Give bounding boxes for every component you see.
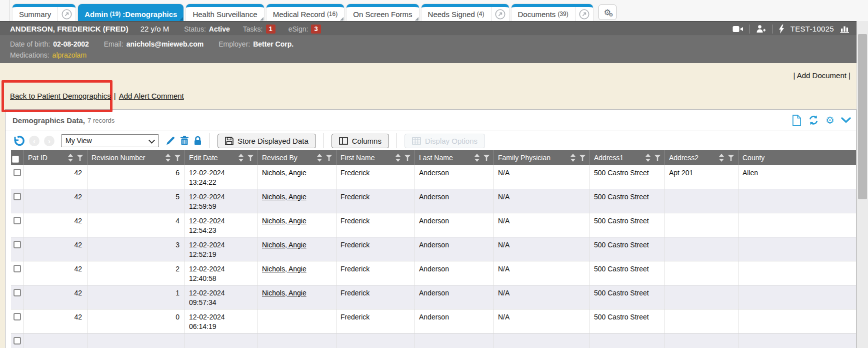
- cell-first_name: Frederick: [336, 261, 415, 285]
- revised-by-link[interactable]: Nichols, Angie: [262, 241, 306, 249]
- tab-documents-main[interactable]: Documents (39): [512, 7, 575, 21]
- undo-icon[interactable]: [12, 135, 24, 147]
- back-to-demographics-link[interactable]: Back to Patient Demographics: [10, 92, 111, 100]
- add-document-link[interactable]: | Add Document |: [793, 71, 850, 80]
- select-all-checkbox[interactable]: [12, 156, 19, 163]
- cell-address2: [665, 237, 738, 261]
- column-header-checkbox[interactable]: [11, 150, 24, 165]
- revised-by-link[interactable]: Nichols, Angie: [262, 169, 306, 177]
- sort-icon[interactable]: [570, 154, 576, 162]
- table-row: 42312-02-202412:52:19Nichols, AngieFrede…: [11, 237, 856, 261]
- tasks-badge[interactable]: 1: [266, 25, 276, 34]
- sort-icon[interactable]: [238, 154, 244, 162]
- column-header-family_physician[interactable]: Family Physician: [494, 150, 590, 165]
- filter-icon[interactable]: [76, 155, 84, 161]
- tab-summary-main[interactable]: Summary: [12, 7, 58, 21]
- popout-icon[interactable]: [491, 7, 509, 21]
- sort-icon[interactable]: [68, 154, 74, 162]
- column-header-pat_id[interactable]: Pat ID: [24, 150, 88, 165]
- column-label: Edit Date: [189, 154, 236, 162]
- settings-button[interactable]: ⚙ ⚙: [598, 5, 616, 20]
- tab-on-screen-forms[interactable]: On Screen Forms: [346, 4, 418, 21]
- filter-icon[interactable]: [483, 155, 490, 161]
- tab-documents[interactable]: Documents (39): [512, 4, 593, 21]
- tab-bar: Summary Admin (19) :Demographics Health …: [0, 0, 868, 21]
- cell-county: [738, 237, 856, 261]
- revised-by-link[interactable]: Nichols, Angie: [262, 217, 306, 225]
- popout-icon[interactable]: [575, 7, 593, 21]
- medications-value[interactable]: alprazolam: [52, 51, 86, 59]
- add-alert-comment-link[interactable]: Add Alert Comment: [119, 92, 184, 100]
- row-checkbox[interactable]: [14, 337, 21, 344]
- row-checkbox[interactable]: [14, 289, 21, 296]
- filter-icon[interactable]: [247, 155, 254, 161]
- cell-revision: 0: [88, 309, 185, 333]
- sort-icon[interactable]: [646, 154, 651, 162]
- sort-icon[interactable]: [166, 154, 171, 162]
- row-checkbox[interactable]: [14, 193, 21, 200]
- popout-icon[interactable]: [58, 7, 76, 21]
- tab-forms-main[interactable]: On Screen Forms: [346, 7, 418, 21]
- column-header-address1[interactable]: Address1: [590, 150, 665, 165]
- cell-checkbox: [11, 333, 24, 348]
- cell-family_physician: N/A: [494, 213, 590, 237]
- tab-summary[interactable]: Summary: [12, 4, 76, 21]
- cell-pat_id: 42: [24, 189, 88, 213]
- revised-by-link[interactable]: Nichols, Angie: [262, 289, 306, 297]
- filter-icon[interactable]: [404, 155, 411, 161]
- revised-by-link[interactable]: Nichols, Angie: [262, 265, 306, 273]
- esign-badge[interactable]: 3: [311, 25, 320, 34]
- revised-by-link[interactable]: Nichols, Angie: [262, 193, 306, 201]
- tab-needs-signed-main[interactable]: Needs Signed (4): [422, 7, 491, 21]
- column-header-first_name[interactable]: First Name: [336, 150, 415, 165]
- scrollbar-thumb[interactable]: [858, 34, 867, 199]
- divider: [324, 133, 324, 148]
- row-checkbox[interactable]: [14, 313, 21, 320]
- tab-admin-demographics[interactable]: Admin (19) :Demographics: [78, 4, 184, 21]
- table-row: 42212-02-202412:40:58Nichols, AngieFrede…: [11, 261, 856, 285]
- tab-health-surveillance[interactable]: Health Surveillance: [186, 4, 264, 21]
- prev-view-button[interactable]: ‹: [29, 136, 40, 146]
- lightning-icon[interactable]: [778, 25, 784, 34]
- tab-health-main[interactable]: Health Surveillance: [186, 7, 264, 21]
- filter-icon[interactable]: [174, 155, 181, 161]
- bar-chart-icon[interactable]: [840, 25, 850, 33]
- refresh-icon[interactable]: [808, 115, 819, 126]
- video-camera-icon[interactable]: [732, 25, 744, 33]
- delete-view-icon[interactable]: [180, 136, 189, 146]
- column-header-edit_date[interactable]: Edit Date: [185, 150, 258, 165]
- edit-view-icon[interactable]: [166, 136, 176, 146]
- panel-gear-icon[interactable]: ⚙: [826, 115, 834, 125]
- filter-icon[interactable]: [579, 155, 586, 161]
- row-checkbox[interactable]: [14, 241, 21, 248]
- column-header-last_name[interactable]: Last Name: [415, 150, 494, 165]
- lock-view-icon[interactable]: [194, 136, 202, 146]
- collapse-chevron-icon[interactable]: [841, 117, 851, 124]
- filter-icon[interactable]: [326, 155, 332, 161]
- sort-icon[interactable]: [719, 154, 724, 162]
- row-checkbox[interactable]: [14, 217, 21, 224]
- columns-button[interactable]: Columns: [332, 134, 389, 148]
- column-header-county[interactable]: County: [738, 150, 856, 165]
- view-select[interactable]: My View: [61, 134, 159, 147]
- new-document-icon[interactable]: [792, 115, 802, 126]
- next-view-button[interactable]: ›: [44, 136, 54, 146]
- vertical-scrollbar[interactable]: [856, 21, 868, 348]
- store-displayed-data-button[interactable]: Store Displayed Data: [218, 134, 316, 148]
- tab-needs-signed[interactable]: Needs Signed (4): [422, 4, 509, 21]
- column-header-revised_by[interactable]: Revised By: [258, 150, 336, 165]
- sort-icon[interactable]: [474, 154, 480, 162]
- cell-checkbox: [11, 213, 24, 237]
- row-checkbox[interactable]: [14, 169, 21, 176]
- column-header-revision[interactable]: Revision Number: [88, 150, 185, 165]
- add-user-icon[interactable]: [756, 25, 766, 33]
- filter-icon[interactable]: [728, 155, 734, 161]
- tab-medical-record[interactable]: Medical Record (16): [266, 4, 344, 21]
- filter-icon[interactable]: [654, 155, 661, 161]
- tab-admin-main[interactable]: Admin (19) :Demographics: [78, 7, 184, 21]
- row-checkbox[interactable]: [14, 265, 21, 272]
- sort-icon[interactable]: [396, 154, 401, 162]
- column-header-address2[interactable]: Address2: [665, 150, 738, 165]
- tab-medical-main[interactable]: Medical Record (16): [266, 7, 344, 21]
- sort-icon[interactable]: [317, 154, 322, 162]
